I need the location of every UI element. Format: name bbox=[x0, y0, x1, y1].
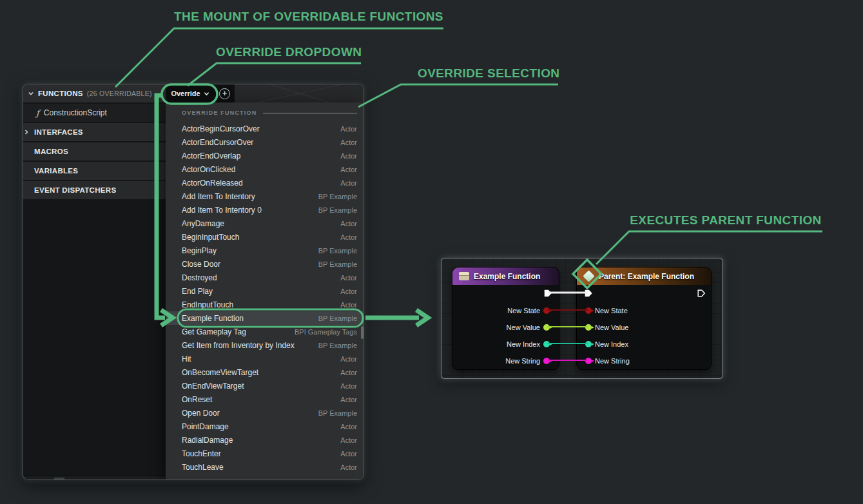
pin-new-state-out[interactable]: New State bbox=[507, 304, 550, 317]
dropdown-item-beginplay[interactable]: BeginPlayBP Example bbox=[166, 244, 364, 257]
dropdown-item-name: TouchEnter bbox=[182, 449, 340, 458]
dropdown-item-category: Actor bbox=[340, 382, 357, 390]
dropdown-item-example-function[interactable]: Example FunctionBP Example bbox=[166, 311, 364, 325]
functions-category-header[interactable]: FUNCTIONS (26 OVERRIDABLE) bbox=[23, 84, 166, 102]
dropdown-item-onreset[interactable]: OnResetActor bbox=[166, 393, 364, 406]
interfaces-label: INTERFACES bbox=[34, 128, 83, 136]
pin-new-value-out[interactable]: New Value bbox=[507, 321, 550, 334]
sidebar-item-macros[interactable]: MACROS bbox=[23, 142, 166, 160]
dropdown-item-category: BP Example bbox=[318, 342, 357, 349]
dropdown-item-radialdamage[interactable]: RadialDamageActor bbox=[166, 433, 364, 447]
sidebar-empty-area bbox=[23, 199, 166, 476]
dropdown-item-actorbegincursorover[interactable]: ActorBeginCursorOverActor bbox=[166, 122, 364, 135]
example-function-node-title: Example Function bbox=[474, 272, 540, 281]
add-function-button[interactable]: + bbox=[219, 88, 230, 99]
data-pin-icon[interactable] bbox=[585, 341, 592, 347]
dropdown-item-end-play[interactable]: End PlayActor bbox=[166, 284, 364, 298]
data-pin-icon[interactable] bbox=[543, 358, 550, 364]
sidebar-bottom-bar bbox=[23, 476, 166, 480]
parent-node-header[interactable]: Parent: Example Function bbox=[577, 267, 711, 285]
dropdown-item-close-door[interactable]: Close DoorBP Example bbox=[166, 257, 364, 271]
sidebar-item-event-dispatchers[interactable]: EVENT DISPATCHERS bbox=[23, 181, 166, 199]
dropdown-item-actoronclicked[interactable]: ActorOnClickedActor bbox=[166, 162, 364, 176]
pin-label: New State bbox=[595, 307, 628, 315]
sidebar-item-interfaces[interactable]: INTERFACES bbox=[23, 123, 166, 141]
dropdown-item-add-item-to-intentory-0[interactable]: Add Item To Intentory 0BP Example bbox=[166, 203, 364, 217]
example-function-node-header[interactable]: Example Function bbox=[452, 267, 559, 285]
dropdown-item-get-gameplay-tag[interactable]: Get Gameplay TagBPI Gameplay Tags bbox=[166, 325, 364, 338]
function-entry-icon bbox=[459, 272, 469, 280]
dropdown-item-touchleave[interactable]: TouchLeaveActor bbox=[166, 460, 364, 474]
data-pin-icon[interactable] bbox=[543, 341, 550, 347]
dropdown-section-header: OVERRIDE FUNCTION bbox=[166, 102, 364, 116]
override-dropdown-menu: OVERRIDE FUNCTION ActorBeginCursorOverAc… bbox=[166, 102, 364, 480]
blueprint-graph-canvas[interactable]: Example Function New StateNew ValueNew I… bbox=[441, 258, 723, 379]
example-function-node[interactable]: Example Function New StateNew ValueNew I… bbox=[452, 267, 559, 370]
dropdown-item-endinputtouch[interactable]: EndInputTouchActor bbox=[166, 298, 364, 311]
event-dispatchers-label: EVENT DISPATCHERS bbox=[34, 186, 116, 194]
header-background bbox=[235, 84, 364, 102]
override-dropdown-button[interactable]: Override bbox=[166, 86, 214, 101]
dropdown-item-onbecomeviewtarget[interactable]: OnBecomeViewTargetActor bbox=[166, 365, 364, 379]
pin-new-string-in[interactable]: New String bbox=[585, 354, 630, 367]
dropdown-item-name: AnyDamage bbox=[182, 219, 340, 228]
dropdown-item-destroyed[interactable]: DestroyedActor bbox=[166, 271, 364, 284]
dropdown-item-category: BP Example bbox=[318, 247, 357, 255]
dropdown-item-hit[interactable]: HitActor bbox=[166, 352, 364, 365]
pin-new-string-out[interactable]: New String bbox=[505, 354, 550, 367]
dropdown-item-anydamage[interactable]: AnyDamageActor bbox=[166, 217, 364, 230]
dropdown-item-name: Destroyed bbox=[182, 273, 340, 282]
dropdown-item-onendviewtarget[interactable]: OnEndViewTargetActor bbox=[166, 379, 364, 393]
dropdown-item-name: PointDamage bbox=[182, 422, 340, 431]
dropdown-item-category: Actor bbox=[340, 423, 357, 431]
annotation-dropdown-leader-line bbox=[188, 63, 361, 86]
sidebar-item-constructionscript[interactable]: ƒ ConstructionScript bbox=[23, 104, 166, 122]
my-blueprint-panel: FUNCTIONS (26 OVERRIDABLE) Override + ƒ … bbox=[23, 84, 364, 480]
dropdown-scrollbar-thumb[interactable] bbox=[361, 326, 364, 339]
dropdown-item-category: Actor bbox=[340, 287, 357, 295]
dropdown-item-touchenter[interactable]: TouchEnterActor bbox=[166, 447, 364, 460]
data-pin-icon[interactable] bbox=[585, 324, 592, 331]
exec-pin-out-icon[interactable] bbox=[543, 289, 552, 298]
chevron-down-icon bbox=[28, 90, 34, 97]
dropdown-item-category: BPI Gameplay Tags bbox=[295, 328, 357, 336]
dropdown-item-category: Actor bbox=[340, 355, 357, 363]
pin-new-state-in[interactable]: New State bbox=[585, 304, 628, 317]
dropdown-item-name: Example Function bbox=[182, 314, 318, 323]
data-pin-icon[interactable] bbox=[543, 324, 550, 331]
dropdown-item-name: BeginPlay bbox=[182, 246, 318, 255]
dropdown-item-name: Close Door bbox=[182, 260, 318, 269]
dropdown-item-begininputtouch[interactable]: BeginInputTouchActor bbox=[166, 230, 364, 244]
parent-example-function-node[interactable]: Parent: Example Function New StateNew Va… bbox=[576, 267, 712, 370]
arrow-head-icon bbox=[416, 310, 428, 325]
data-pin-icon[interactable] bbox=[543, 307, 550, 314]
exec-pin-out-hollow-icon[interactable] bbox=[697, 289, 706, 298]
dropdown-item-category: Actor bbox=[340, 220, 357, 228]
dropdown-item-actorendoverlap[interactable]: ActorEndOverlapActor bbox=[166, 149, 364, 162]
constructionscript-label: ConstructionScript bbox=[44, 108, 107, 117]
dropdown-item-category: BP Example bbox=[318, 409, 357, 417]
pin-label: New String bbox=[505, 357, 540, 365]
dropdown-item-category: Actor bbox=[340, 301, 357, 309]
pin-label: New Value bbox=[507, 324, 540, 331]
dropdown-item-get-item-from-inventory-by-index[interactable]: Get Item from Inventory by IndexBP Examp… bbox=[166, 338, 364, 352]
dropdown-item-actorendcursorover[interactable]: ActorEndCursorOverActor bbox=[166, 135, 364, 149]
pin-new-index-in[interactable]: New Index bbox=[585, 338, 628, 351]
variables-label: VARIABLES bbox=[34, 167, 78, 175]
data-pin-icon[interactable] bbox=[585, 307, 592, 314]
dropdown-item-name: OnEndViewTarget bbox=[182, 382, 340, 391]
dropdown-item-category: Actor bbox=[340, 125, 357, 133]
sidebar-item-variables[interactable]: VARIABLES bbox=[23, 162, 166, 180]
dropdown-item-add-item-to-intentory[interactable]: Add Item To IntentoryBP Example bbox=[166, 189, 364, 203]
data-pin-icon[interactable] bbox=[585, 358, 592, 364]
dropdown-item-actoronreleased[interactable]: ActorOnReleasedActor bbox=[166, 176, 364, 189]
pin-new-value-in[interactable]: New Value bbox=[585, 321, 628, 334]
exec-pin-in-icon[interactable] bbox=[584, 289, 593, 298]
resize-grip bbox=[54, 478, 64, 480]
dropdown-item-category: Actor bbox=[340, 179, 357, 187]
dropdown-item-open-door[interactable]: Open DoorBP Example bbox=[166, 406, 364, 420]
dropdown-item-pointdamage[interactable]: PointDamageActor bbox=[166, 420, 364, 433]
dropdown-item-name: Add Item To Intentory 0 bbox=[182, 206, 318, 215]
pin-new-index-out[interactable]: New Index bbox=[507, 338, 550, 351]
dropdown-header-rule bbox=[263, 113, 357, 113]
